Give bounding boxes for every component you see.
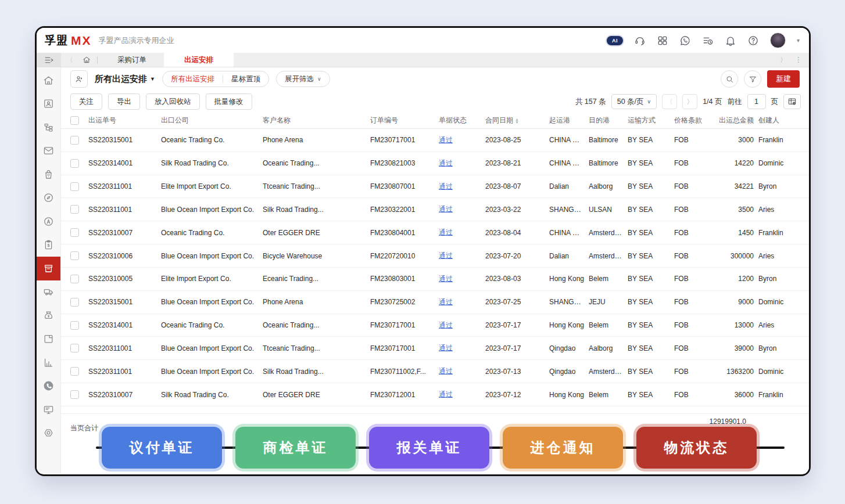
table-row[interactable]: SS220310007 Oceanic Trading Co. Oter EGG…: [61, 221, 809, 244]
sidebar-item-settings[interactable]: [37, 422, 60, 445]
table-row[interactable]: SS220314001 Oceanic Trading Co. Oceanic …: [61, 314, 809, 337]
cell-transport-mode: BY SEA: [628, 298, 674, 306]
cell-status-link[interactable]: 通过: [439, 251, 453, 260]
flow-button-3[interactable]: 进仓通知: [503, 427, 623, 469]
cell-status-link[interactable]: 通过: [439, 205, 453, 213]
tab-forward-icon[interactable]: 〉: [780, 55, 787, 65]
row-checkbox[interactable]: [70, 367, 79, 376]
cell-status-link[interactable]: 通过: [439, 159, 453, 167]
recycle-bin-button[interactable]: 放入回收站: [146, 93, 200, 110]
sidebar-item-shipping-docs[interactable]: [37, 257, 60, 280]
table-row[interactable]: SS220315001 Blue Ocean Import Export Co.…: [61, 291, 809, 314]
tab-shipping-arrangement[interactable]: 出运安排: [164, 53, 234, 67]
filter-funnel-button[interactable]: [744, 70, 761, 88]
expand-filter-button[interactable]: 展开筛选 ∨: [276, 71, 330, 87]
next-page-button[interactable]: 〉: [682, 94, 697, 109]
cell-creator: Aries: [754, 252, 809, 260]
cell-status-link[interactable]: 通过: [439, 275, 453, 283]
cell-status-link[interactable]: 通过: [439, 321, 453, 329]
export-button[interactable]: 导出: [108, 93, 140, 110]
page-size-select[interactable]: 50 条/页 ∨: [611, 94, 657, 109]
column-settings-button[interactable]: [783, 94, 801, 109]
segment-starred-top[interactable]: 星标置顶: [223, 74, 268, 84]
sidebar-item-contacts[interactable]: [37, 92, 60, 116]
create-button[interactable]: 新建: [767, 70, 800, 88]
tab-purchase-orders[interactable]: 采购订单: [100, 53, 164, 67]
contacts-icon: [43, 98, 54, 109]
user-avatar[interactable]: [770, 33, 786, 48]
row-checkbox[interactable]: [70, 390, 79, 399]
select-all-checkbox[interactable]: [70, 116, 79, 125]
sidebar-item-mail[interactable]: [37, 139, 60, 163]
apps-grid-icon[interactable]: [657, 35, 668, 46]
row-checkbox[interactable]: [70, 275, 79, 283]
table-row[interactable]: SS220310005 Elite Import Export Co. Ecea…: [61, 268, 809, 291]
app-window: 孚盟 MX 孚盟产品演示专用企业 AI ▾ 〈 采购订单 出运安排 〉 ⋮: [35, 26, 811, 476]
row-checkbox[interactable]: [70, 159, 79, 168]
segment-all-shipments[interactable]: 所有出运安排: [163, 74, 223, 84]
cell-destination-port: Aalborg: [589, 182, 628, 190]
cell-status-link[interactable]: 通过: [439, 367, 453, 375]
cell-status-link[interactable]: 通过: [439, 182, 453, 190]
sidebar-item-circle-a[interactable]: [37, 210, 60, 233]
chevron-down-icon[interactable]: ▾: [797, 37, 800, 44]
sidebar-item-bar-chart[interactable]: [37, 351, 60, 375]
cell-status-link[interactable]: 通过: [439, 228, 453, 236]
row-checkbox[interactable]: [70, 321, 79, 330]
table-row[interactable]: SS220310007 Silk Road Trading Co. Oter E…: [61, 383, 809, 406]
cell-status-link[interactable]: 通过: [439, 390, 453, 398]
table-row[interactable]: SS220311001 Elite Import Export Co. Ttce…: [61, 175, 809, 199]
table-row[interactable]: SS220311001 Blue Ocean Import Export Co.…: [61, 198, 809, 221]
row-checkbox[interactable]: [70, 228, 79, 237]
sidebar-item-shopping-bag[interactable]: [37, 163, 60, 186]
row-checkbox[interactable]: [70, 182, 79, 191]
flow-button-4[interactable]: 物流状态: [636, 427, 757, 469]
prev-page-button[interactable]: 〈: [662, 94, 677, 109]
table-row[interactable]: SS220311001 Blue Ocean Import Export Co.…: [61, 337, 809, 360]
cell-order-no: FM230717001: [370, 321, 439, 329]
sidebar-item-home[interactable]: [37, 69, 60, 92]
row-checkbox[interactable]: [70, 344, 79, 352]
flow-button-0[interactable]: 议付单证: [102, 427, 222, 469]
help-icon[interactable]: [747, 35, 759, 46]
sidebar-item-clipboard-finance[interactable]: $: [37, 233, 60, 257]
table-row[interactable]: SS220315001 Oceanic Trading Co. Phone Ar…: [61, 129, 809, 152]
row-checkbox[interactable]: [70, 136, 79, 145]
flow-button-1[interactable]: 商检单证: [235, 427, 356, 469]
cell-status-link[interactable]: 通过: [439, 298, 453, 306]
goto-page-input[interactable]: [747, 94, 766, 109]
sidebar-item-money-bag[interactable]: ¥: [37, 304, 60, 327]
cell-creator: Dominic: [754, 298, 809, 306]
table-row[interactable]: SS220311001 Blue Ocean Import Export Co.…: [61, 360, 809, 383]
sidebar-item-org-chart[interactable]: [37, 116, 60, 139]
view-owner-filter-button[interactable]: [70, 70, 88, 88]
cell-status-link[interactable]: 通过: [439, 136, 453, 144]
cell-customer-name: Oter EGGER DRE: [263, 391, 370, 399]
headset-support-icon[interactable]: [634, 35, 646, 46]
sidebar-item-whatsapp-filled[interactable]: [37, 375, 60, 398]
whatsapp-icon[interactable]: [679, 35, 691, 46]
cell-status-link[interactable]: 通过: [439, 344, 453, 352]
row-checkbox[interactable]: [70, 298, 79, 307]
search-button[interactable]: [721, 70, 738, 88]
table-row[interactable]: SS220314001 Silk Road Trading Co. Oceani…: [61, 152, 809, 175]
tab-back-icon[interactable]: 〈: [61, 55, 78, 65]
row-checkbox[interactable]: [70, 251, 79, 260]
tab-more-icon[interactable]: ⋮: [795, 56, 802, 64]
follow-button[interactable]: 关注: [70, 93, 102, 110]
tab-home-icon[interactable]: [78, 56, 95, 64]
sidebar-item-monitor[interactable]: [37, 398, 60, 422]
sidebar-toggle[interactable]: [37, 53, 61, 67]
task-list-icon[interactable]: [702, 35, 714, 46]
ai-assistant-icon[interactable]: AI: [607, 36, 623, 45]
notifications-bell-icon[interactable]: [725, 35, 736, 46]
sidebar-item-compass[interactable]: [37, 186, 60, 210]
sidebar-item-notebook[interactable]: [37, 327, 60, 351]
view-selector[interactable]: 所有出运安排 ▼: [95, 74, 155, 85]
sort-icon[interactable]: ▲▼: [515, 118, 519, 124]
batch-edit-button[interactable]: 批量修改: [206, 93, 252, 110]
flow-button-2[interactable]: 报关单证: [369, 427, 489, 469]
sidebar-item-truck[interactable]: [37, 280, 60, 304]
row-checkbox[interactable]: [70, 205, 79, 214]
table-row[interactable]: SS220310006 Blue Ocean Import Export Co.…: [61, 244, 809, 268]
